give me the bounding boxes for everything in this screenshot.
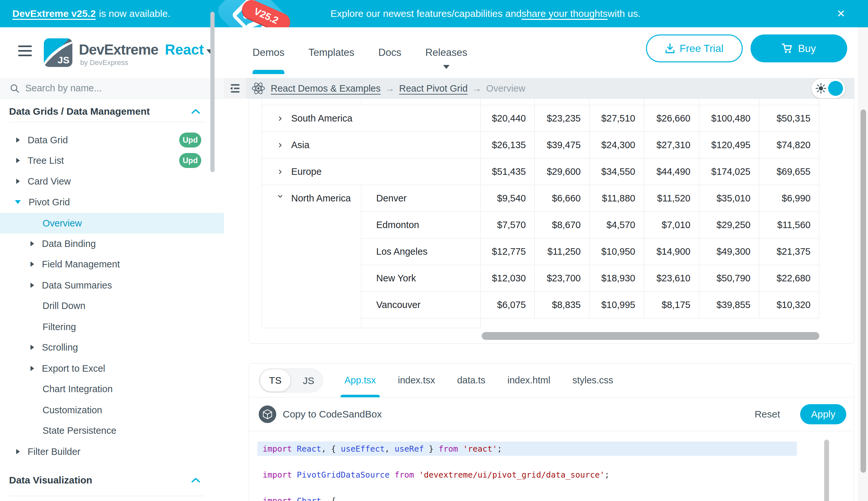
pivot-row-header[interactable]: Asia: [262, 132, 481, 159]
sidebar-item-scrolling[interactable]: Scrolling: [0, 337, 224, 358]
theme-toggle-knob[interactable]: [828, 81, 843, 96]
sidebar-item-label: Chart Integration: [43, 384, 113, 394]
pivot-value-cell: $23,235: [535, 105, 590, 132]
sidebar-item-drill-down[interactable]: Drill Down: [0, 295, 224, 316]
page-scrollbar-track[interactable]: [858, 27, 868, 501]
pivot-value-cell: $120,495: [699, 132, 759, 159]
pivot-row-header[interactable]: Europe: [262, 159, 481, 185]
sidebar-item-filtering[interactable]: Filtering: [0, 317, 224, 337]
code-editor[interactable]: import React, { useEffect, useRef } from…: [249, 431, 854, 501]
banner-message: Explore our newest features/capabilities…: [330, 0, 641, 27]
nav-item-demos[interactable]: Demos: [253, 27, 284, 78]
hamburger-menu-icon[interactable]: [18, 45, 32, 59]
row-collapsed-chevron-icon[interactable]: [277, 169, 283, 175]
tab-data-ts[interactable]: data.ts: [457, 364, 485, 397]
breadcrumb-separator: →: [472, 83, 482, 94]
pivot-value-cell: $49,300: [699, 238, 759, 265]
free-trial-button[interactable]: Free Trial: [646, 34, 743, 62]
sidebar-item-state-persistence[interactable]: State Persistence: [0, 420, 224, 441]
sidebar-item-field-management[interactable]: Field Management: [0, 254, 224, 275]
pivot-value-cell: $14,900: [644, 238, 699, 265]
sidebar-item-card-view[interactable]: Card View: [0, 171, 224, 192]
pivot-value-cell: $23,610: [644, 265, 699, 292]
collapsed-arrow-icon[interactable]: [31, 283, 34, 288]
collapsed-arrow-icon[interactable]: [31, 366, 34, 371]
reset-button[interactable]: Reset: [755, 409, 780, 420]
pivot-value-cell: $50,315: [759, 105, 819, 132]
updated-badge: Upd: [179, 153, 201, 168]
pivot-value-cell: $18,930: [590, 265, 644, 292]
collapsed-arrow-icon[interactable]: [31, 345, 34, 350]
tab-index-tsx[interactable]: index.tsx: [398, 364, 435, 397]
apply-button[interactable]: Apply: [800, 404, 846, 424]
sidebar-item-customization[interactable]: Customization: [0, 399, 224, 420]
demo-preview-card: South America$20,440$23,235$27,510$26,66…: [249, 99, 854, 344]
sidebar-section-data-visualization[interactable]: Data Visualization: [0, 470, 224, 491]
breadcrumb-link-pivot-grid[interactable]: React Pivot Grid: [399, 83, 468, 94]
nav-item-docs[interactable]: Docs: [378, 27, 402, 78]
region-label: South America: [291, 113, 352, 124]
updated-badge: Upd: [179, 132, 201, 148]
pivot-value-cell: $51,435: [481, 159, 535, 185]
buy-button[interactable]: Buy: [750, 34, 847, 62]
tab-App-tsx[interactable]: App.tsx: [344, 364, 376, 397]
sidebar-item-chart-integration[interactable]: Chart Integration: [0, 379, 224, 399]
pivot-city-row: Vancouver$6,075$8,835$10,995$8,175$39,85…: [361, 292, 819, 318]
sandbox-row: Copy to CodeSandBox Reset Apply: [249, 397, 854, 431]
language-toggle[interactable]: TS JS: [259, 369, 323, 393]
pivot-value-cell: $11,880: [590, 185, 644, 212]
collapsed-arrow-icon[interactable]: [16, 137, 20, 143]
pivot-clipped-row: [262, 99, 819, 105]
breadcrumb-link-demos[interactable]: React Demos & Examples: [271, 83, 381, 94]
page-scrollbar-thumb[interactable]: [860, 109, 866, 473]
sidebar-search[interactable]: Search by name...: [0, 78, 224, 99]
collapse-sidebar-button[interactable]: [224, 78, 246, 99]
tab-styles-css[interactable]: styles.css: [572, 364, 613, 397]
row-collapsed-chevron-icon[interactable]: [277, 115, 283, 122]
expanded-arrow-icon[interactable]: [15, 200, 21, 204]
code-scrollbar[interactable]: [824, 440, 829, 501]
code-line: import Chart, {: [263, 493, 854, 501]
devextreme-logo[interactable]: JS: [44, 38, 73, 67]
pivot-value-cell: $20,440: [481, 105, 535, 132]
sidebar-item-export-to-excel[interactable]: Export to Excel: [0, 358, 224, 379]
code-panel-header: TS JS App.tsxindex.tsxdata.tsindex.htmls…: [249, 364, 854, 397]
theme-toggle[interactable]: [812, 79, 845, 98]
collapsed-arrow-icon[interactable]: [16, 158, 20, 163]
sidebar-scrollbar[interactable]: [210, 12, 215, 172]
logo-js-text: JS: [57, 55, 69, 66]
collapsed-arrow-icon[interactable]: [31, 262, 34, 267]
row-expanded-chevron-icon[interactable]: [277, 193, 283, 200]
sidebar-item-tree-list[interactable]: Tree ListUpd: [0, 150, 224, 171]
sidebar-item-data-summaries[interactable]: Data Summaries: [0, 275, 224, 296]
language-toggle-active[interactable]: TS: [260, 370, 290, 392]
sidebar-item-pivot-grid[interactable]: Pivot Grid: [0, 192, 224, 213]
framework-selector[interactable]: React: [165, 42, 204, 58]
sidebar-item-data-binding[interactable]: Data Binding: [0, 233, 224, 254]
pivot-row-header[interactable]: North America: [262, 185, 361, 328]
download-icon: [665, 43, 675, 54]
pivot-value-cell: $100,480: [699, 105, 759, 132]
pivot-value-cell: $44,490: [644, 159, 699, 185]
collapsed-arrow-icon[interactable]: [16, 449, 20, 454]
sidebar-item-overview[interactable]: Overview: [0, 213, 224, 234]
tab-index-html[interactable]: index.html: [507, 364, 550, 397]
collapsed-arrow-icon[interactable]: [31, 241, 34, 246]
banner-close-icon[interactable]: ✕: [836, 0, 845, 27]
pivot-row-header[interactable]: South America: [262, 105, 481, 132]
row-collapsed-chevron-icon[interactable]: [277, 142, 283, 149]
nav-item-releases[interactable]: Releases: [425, 27, 467, 78]
nav-item-templates[interactable]: Templates: [308, 27, 354, 78]
pivot-value-cell: $69,655: [759, 159, 819, 185]
pivot-grid-horizontal-scrollbar[interactable]: [482, 332, 819, 340]
codesandbox-icon[interactable]: [259, 405, 276, 423]
sidebar-section-data-grids-data-management[interactable]: Data Grids / Data Management: [0, 101, 224, 122]
sidebar-item-data-grid[interactable]: Data GridUpd: [0, 130, 224, 150]
collapsed-arrow-icon[interactable]: [16, 179, 20, 184]
banner-version-link[interactable]: DevExtreme v25.2: [12, 8, 96, 19]
copy-to-codesandbox-label[interactable]: Copy to CodeSandBox: [283, 409, 382, 420]
share-thoughts-link[interactable]: share your thoughts: [521, 8, 608, 19]
language-toggle-alt[interactable]: JS: [303, 369, 314, 393]
search-input[interactable]: Search by name...: [25, 83, 102, 94]
sidebar-item-filter-builder[interactable]: Filter Builder: [0, 441, 224, 462]
